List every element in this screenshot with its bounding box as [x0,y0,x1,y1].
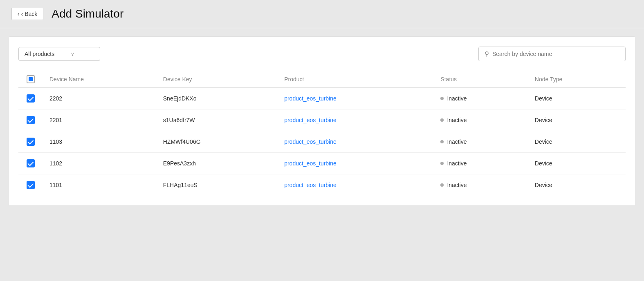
back-label: ‹ Back [21,11,38,17]
row-1-product-link[interactable]: product_eos_turbine [284,117,337,123]
row-4-node-type: Device [528,174,626,196]
header-checkbox-cell [18,71,43,88]
row-0-product: product_eos_turbine [278,88,434,109]
search-input[interactable] [492,51,619,57]
devices-table: Device Name Device Key Product Status No… [18,71,626,196]
toolbar: All products ∨ ⚲ [18,47,626,61]
row-3-device-key: E9PesA3zxh [157,153,278,174]
row-3-product: product_eos_turbine [278,153,434,174]
row-0-status: Inactive [434,88,528,109]
row-1-status-text: Inactive [447,117,467,123]
row-1-node-type: Device [528,109,626,131]
column-header-device-key: Device Key [157,71,278,88]
table-row: 2201s1Ua6dfr7Wproduct_eos_turbineInactiv… [18,109,626,131]
column-header-status: Status [434,71,528,88]
row-2-checkbox[interactable] [27,138,35,146]
row-4-product-link[interactable]: product_eos_turbine [284,182,337,188]
row-3-node-type: Device [528,153,626,174]
page-title: Add Simulator [52,7,123,20]
row-3-checkbox-container[interactable] [25,159,36,167]
column-header-node-type: Node Type [528,71,626,88]
search-icon: ⚲ [485,50,489,58]
row-4-status: Inactive [434,174,528,196]
product-filter-dropdown[interactable]: All products ∨ [18,47,100,61]
row-0-status-dot [440,97,444,100]
row-4-checkbox[interactable] [27,181,35,189]
row-4-device-name: 1101 [43,174,157,196]
row-1-checkbox-container[interactable] [25,116,36,124]
row-3-checkbox-cell [18,153,43,174]
row-4-status-dot [440,183,444,187]
row-3-checkbox[interactable] [27,159,35,167]
row-1-checkbox[interactable] [27,116,35,124]
row-2-device-name: 1103 [43,131,157,153]
row-2-status: Inactive [434,131,528,153]
back-icon: ‹ [18,11,20,17]
row-1-checkbox-cell [18,109,43,131]
table-row: 1101FLHAg11euSproduct_eos_turbineInactiv… [18,174,626,196]
table-row: 1103HZMWf4U06Gproduct_eos_turbineInactiv… [18,131,626,153]
select-all-checkbox-container[interactable] [25,75,36,83]
row-3-status: Inactive [434,153,528,174]
row-3-status-text: Inactive [447,160,467,167]
row-0-status-text: Inactive [447,95,467,102]
row-4-checkbox-cell [18,174,43,196]
row-2-device-key: HZMWf4U06G [157,131,278,153]
row-2-checkbox-container[interactable] [25,138,36,146]
search-box: ⚲ [478,47,626,61]
column-header-device-name: Device Name [43,71,157,88]
column-header-product: Product [278,71,434,88]
chevron-down-icon: ∨ [71,51,74,57]
row-1-status-dot [440,118,444,122]
row-0-device-key: SneEjdDKXo [157,88,278,109]
row-2-node-type: Device [528,131,626,153]
select-all-checkbox[interactable] [27,75,35,83]
row-3-product-link[interactable]: product_eos_turbine [284,160,337,167]
row-1-device-name: 2201 [43,109,157,131]
row-3-device-name: 1102 [43,153,157,174]
row-2-status-text: Inactive [447,138,467,145]
row-0-device-name: 2202 [43,88,157,109]
row-4-device-key: FLHAg11euS [157,174,278,196]
row-0-checkbox-container[interactable] [25,94,36,103]
row-0-checkbox-cell [18,88,43,109]
product-filter-value: All products [25,51,54,57]
row-0-node-type: Device [528,88,626,109]
row-3-status-dot [440,162,444,165]
row-4-checkbox-container[interactable] [25,181,36,189]
row-2-product: product_eos_turbine [278,131,434,153]
table-row: 1102E9PesA3zxhproduct_eos_turbineInactiv… [18,153,626,174]
row-1-status: Inactive [434,109,528,131]
row-1-product: product_eos_turbine [278,109,434,131]
row-2-status-dot [440,140,444,143]
row-2-product-link[interactable]: product_eos_turbine [284,138,337,145]
table-header-row: Device Name Device Key Product Status No… [18,71,626,88]
back-button[interactable]: ‹ ‹ Back [11,8,43,20]
row-4-product: product_eos_turbine [278,174,434,196]
row-4-status-text: Inactive [447,182,467,188]
row-1-device-key: s1Ua6dfr7W [157,109,278,131]
row-2-checkbox-cell [18,131,43,153]
main-content: All products ∨ ⚲ Device Name Device Key … [8,36,636,206]
table-row: 2202SneEjdDKXoproduct_eos_turbineInactiv… [18,88,626,109]
header: ‹ ‹ Back Add Simulator [0,0,644,28]
row-0-checkbox[interactable] [27,94,35,103]
row-0-product-link[interactable]: product_eos_turbine [284,95,337,102]
